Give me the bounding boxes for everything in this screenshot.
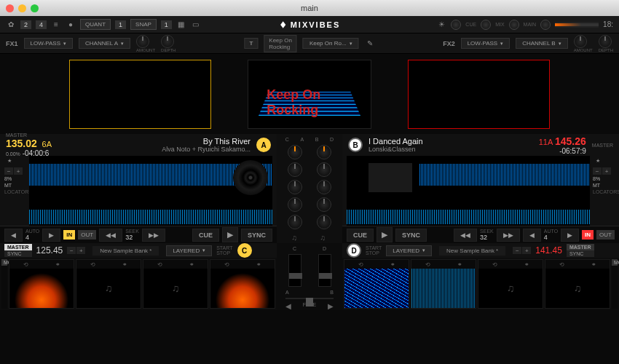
fx2-channel-dropdown[interactable]: CHANNEL B — [516, 38, 568, 49]
fx1-effect-dropdown[interactable]: LOW-PASS — [24, 38, 74, 49]
mixer-lo-b[interactable] — [317, 197, 331, 212]
deck-a-mt[interactable]: MT — [4, 183, 26, 188]
video-preview-b[interactable] — [408, 60, 550, 129]
sample-d-mode-dropdown[interactable]: LAYERED — [386, 245, 432, 256]
sample-d-bpm[interactable]: 141.45 — [535, 245, 562, 256]
sample-d-bank-dropdown[interactable]: New Sample Bank * — [439, 246, 505, 256]
xfade-arrow-right[interactable]: ▶ — [328, 302, 334, 310]
deck-b-tri-right[interactable]: ▶ — [561, 229, 579, 242]
sample-c-bank-dropdown[interactable]: New Sample Bank * — [92, 246, 159, 256]
sample-c-plus[interactable]: + — [76, 247, 85, 254]
sample-d-slot-1[interactable]: ⟲⚭ — [344, 259, 409, 309]
deck-b-tri-left[interactable]: ◀ — [523, 229, 541, 242]
sample-d-slot-4[interactable]: ⟲⚭♫ — [545, 259, 610, 309]
deck-a-badge[interactable]: A — [256, 138, 271, 152]
mixer-gain-b[interactable] — [317, 145, 331, 159]
sample-c-slot-1[interactable]: ⟲⚭ — [9, 259, 74, 309]
sample-d-slot-2[interactable]: ⟲⚭ — [411, 259, 476, 309]
mix-knob[interactable] — [509, 20, 519, 30]
headphone-b-icon[interactable]: ♫ — [320, 234, 328, 241]
deck-a-plus[interactable]: + — [14, 167, 23, 175]
sample-c-badge[interactable]: C — [237, 243, 252, 258]
deck-b-plus[interactable]: + — [602, 167, 611, 175]
deck-a-auto-val[interactable]: 4 — [25, 234, 39, 241]
deck-a-seek-val[interactable]: 32 — [125, 234, 139, 241]
record-icon[interactable]: ● — [66, 20, 76, 30]
deck-b-minus[interactable]: − — [593, 167, 602, 175]
mixer-mid-b[interactable] — [317, 180, 331, 194]
mixer-hi-b[interactable] — [317, 162, 331, 177]
channel-fader-b[interactable] — [318, 254, 331, 287]
layout-icon[interactable]: ▦ — [176, 20, 186, 30]
fx1-amount-knob[interactable] — [136, 35, 149, 48]
sample-d-master[interactable]: MASTER — [567, 244, 594, 250]
mixer-mid-a[interactable] — [288, 180, 302, 194]
deck-b-seek-val[interactable]: 32 — [480, 234, 494, 241]
deck-a-minus[interactable]: − — [4, 167, 13, 175]
text-tool-icon[interactable]: T — [244, 38, 258, 49]
channel-fader-a[interactable] — [288, 254, 301, 287]
deck-b-play-button[interactable]: ▶ — [376, 227, 393, 242]
text-preset-dropdown[interactable]: Keep On Ro... — [303, 38, 359, 49]
screen-icon[interactable]: ▭ — [191, 20, 201, 30]
sample-d-slot-3[interactable]: ⟲⚭♫ — [478, 259, 543, 309]
quant-value[interactable]: 1 — [115, 20, 126, 29]
fx1-channel-dropdown[interactable]: CHANNEL A — [79, 38, 130, 49]
deck-count-4[interactable]: 4 — [36, 20, 47, 29]
sample-c-mov-tab[interactable]: MOV — [1, 259, 7, 309]
sample-d-minus[interactable]: − — [513, 247, 521, 254]
deck-a-out-button[interactable]: OUT — [78, 230, 96, 240]
deck-a-star-icon[interactable]: ★ — [4, 156, 15, 166]
sample-c-master[interactable]: MASTER — [4, 244, 32, 250]
deck-b-sync-button[interactable]: SYNC — [395, 229, 427, 242]
fx2-amount-knob[interactable] — [574, 35, 587, 48]
deck-b-star-icon[interactable]: ★ — [593, 156, 603, 166]
deck-b-badge[interactable]: B — [348, 138, 363, 152]
snap-button[interactable]: SNAP — [130, 19, 157, 30]
deck-a-in-button[interactable]: IN — [63, 230, 75, 240]
deck-a-rewind[interactable]: ◀◀ — [99, 229, 122, 242]
video-preview-a[interactable] — [69, 60, 211, 129]
brightness-icon[interactable]: ☀ — [436, 20, 446, 30]
deck-a-vinyl[interactable] — [233, 160, 268, 195]
deck-a-cue-button[interactable]: CUE — [192, 229, 219, 242]
xfade-arrow-left[interactable]: ◀ — [285, 302, 291, 310]
video-preview-main[interactable]: Keep On Rocking — [248, 60, 371, 129]
sample-d-plus[interactable]: + — [522, 247, 531, 254]
deck-b-turntable[interactable] — [368, 163, 412, 192]
deck-a-bpm[interactable]: 135.02 — [6, 138, 37, 149]
snap-value[interactable]: 1 — [161, 20, 172, 29]
brightness-knob[interactable] — [451, 20, 461, 30]
sample-c-sync[interactable]: SYNC — [4, 250, 32, 257]
deck-b-in-button[interactable]: IN — [582, 230, 594, 240]
list-icon[interactable]: ≡ — [51, 20, 61, 30]
fx1-depth-knob[interactable] — [161, 35, 174, 48]
mixer-hi-a[interactable] — [288, 162, 302, 177]
deck-a-play-button[interactable]: ▶ — [222, 227, 238, 242]
fx2-effect-dropdown[interactable]: LOW-PASS — [461, 38, 510, 49]
quant-button[interactable]: QUANT — [80, 19, 111, 30]
deck-a-tri-right[interactable]: ▶ — [42, 229, 60, 242]
deck-a-forward[interactable]: ▶▶ — [142, 229, 165, 242]
sample-c-mode-dropdown[interactable]: LAYERED — [166, 245, 212, 256]
mixer-filt-b[interactable] — [317, 215, 331, 229]
mixer-lo-a[interactable] — [288, 197, 302, 212]
sample-c-slot-2[interactable]: ⟲⚭♫ — [76, 259, 141, 309]
deck-count-2[interactable]: 2 — [20, 20, 31, 29]
deck-b-cue-button[interactable]: CUE — [347, 229, 374, 242]
deck-b-rewind[interactable]: ◀◀ — [454, 229, 477, 242]
sample-c-slot-3[interactable]: ⟲⚭♫ — [143, 259, 208, 309]
deck-b-out-button[interactable]: OUT — [596, 230, 615, 240]
deck-a-sync-button[interactable]: SYNC — [241, 229, 272, 242]
deck-b-mt[interactable]: MT — [593, 183, 615, 188]
cue-knob[interactable] — [481, 20, 491, 30]
crossfader-slider[interactable] — [285, 298, 334, 299]
minimize-window-button[interactable] — [18, 4, 26, 12]
sample-d-badge[interactable]: D — [347, 243, 361, 258]
sample-d-sync[interactable]: SYNC — [567, 250, 594, 257]
edit-icon[interactable]: ✎ — [365, 39, 375, 49]
sample-d-mov-tab[interactable]: MOV — [612, 259, 618, 309]
main-knob[interactable] — [540, 20, 551, 30]
deck-b-waveform[interactable] — [347, 156, 590, 226]
mixer-gain-a[interactable] — [288, 145, 302, 159]
